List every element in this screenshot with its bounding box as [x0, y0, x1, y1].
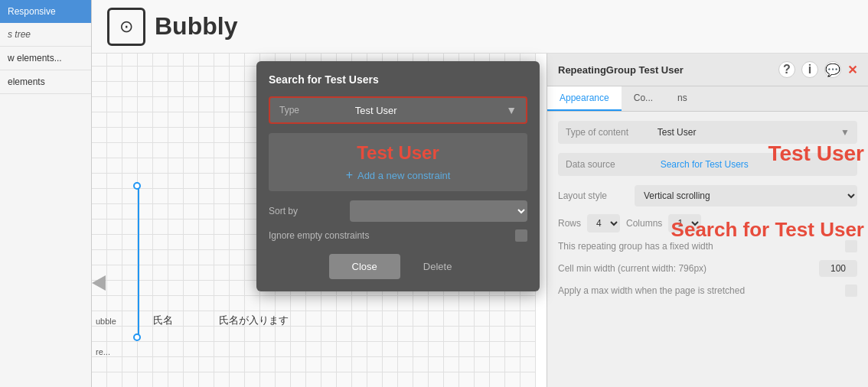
layout-style-label: Layout style	[558, 190, 635, 201]
test-user-big-label: Test User	[278, 142, 518, 164]
max-width-label: Apply a max width when the page is stret…	[558, 285, 845, 296]
rows-select[interactable]: 4	[587, 214, 620, 233]
canvas-name-placeholder: 氏名が入ります	[219, 314, 289, 327]
layout-style-select[interactable]: Vertical scrolling	[635, 185, 857, 207]
canvas-name-label: 氏名	[153, 314, 173, 327]
header-icons: ? i 💬 ✕	[778, 61, 857, 78]
layout-style-row: Layout style Vertical scrolling	[558, 185, 857, 207]
ignore-empty-label: Ignore empty constraints	[269, 230, 515, 241]
ignore-empty-row: Ignore empty constraints	[269, 229, 527, 242]
data-source-label: Data source	[566, 159, 661, 170]
canvas-header: ⊙ Bubbly	[92, 0, 868, 54]
search-modal: Search for Test Users Type Test User ▼ T…	[256, 61, 540, 291]
columns-label: Columns	[626, 218, 662, 229]
fixed-width-checkbox[interactable]	[845, 240, 857, 252]
modal-buttons: Close Delete	[269, 254, 527, 279]
search-type-row[interactable]: Type Test User ▼	[269, 96, 527, 124]
type-of-content-label: Type of content	[566, 127, 658, 138]
tab-conditions[interactable]: ns	[665, 86, 700, 111]
responsive-tab[interactable]: Responsive	[0, 0, 91, 23]
max-width-row: Apply a max width when the page is stret…	[558, 285, 857, 297]
right-panel-header: RepeatingGroup Test User ? i 💬 ✕	[547, 54, 868, 86]
sidebar-tree-item[interactable]: s tree	[0, 23, 91, 47]
sidebar-elements-placeholder[interactable]: w elements...	[0, 47, 91, 70]
add-constraint-label: Add a new constraint	[357, 170, 450, 181]
max-width-checkbox[interactable]	[845, 285, 857, 297]
add-constraint-area: Test User + Add a new constraint	[269, 133, 527, 191]
question-icon[interactable]: ?	[778, 61, 795, 78]
type-chevron-icon: ▼	[506, 104, 517, 116]
type-of-content-row[interactable]: Type of content Test User ▼	[558, 121, 857, 144]
sidebar-elements[interactable]: elements	[0, 70, 91, 94]
rp-testuser-big-annotation: Test User	[768, 141, 864, 166]
blue-dot-top	[133, 182, 141, 190]
right-panel: RepeatingGroup Test User ? i 💬 ✕ Appeara…	[547, 54, 868, 387]
rp-search-big-annotation: Search for Test User	[671, 218, 864, 242]
info-icon[interactable]: i	[801, 61, 818, 78]
ignore-empty-checkbox[interactable]	[515, 229, 527, 242]
re-canvas-label: re...	[96, 347, 110, 356]
logo-icon: ⊙	[107, 8, 145, 46]
rows-label: Rows	[558, 218, 581, 229]
search-type-label: Type	[279, 105, 355, 115]
logo-text: Bubbly	[155, 12, 237, 41]
close-panel-icon[interactable]: ✕	[847, 63, 857, 77]
close-button[interactable]: Close	[329, 254, 400, 279]
canvas-text-area: 氏名 氏名が入ります	[153, 314, 289, 327]
tab-content[interactable]: Co...	[622, 86, 665, 111]
blue-dot-bottom	[133, 333, 141, 341]
tab-appearance[interactable]: Appearance	[547, 86, 622, 111]
search-type-value: Test User	[355, 105, 506, 116]
search-modal-title: Search for Test Users	[269, 73, 527, 86]
add-constraint-button[interactable]: + Add a new constraint	[278, 168, 518, 182]
type-of-content-value: Test User	[658, 127, 840, 138]
cell-min-input[interactable]	[819, 260, 857, 277]
right-panel-title: RepeatingGroup Test User	[558, 64, 778, 76]
sort-by-row: Sort by	[269, 200, 527, 222]
cell-min-width-row: Cell min width (current width: 796px)	[558, 260, 857, 277]
fixed-width-row: This repeating group has a fixed width	[558, 240, 857, 252]
bubble-canvas-label: ubble	[96, 317, 116, 326]
sort-by-select[interactable]	[350, 200, 527, 222]
fixed-width-label: This repeating group has a fixed width	[558, 241, 845, 252]
cell-min-label: Cell min width (current width: 796px)	[558, 263, 819, 274]
delete-button[interactable]: Delete	[408, 254, 468, 279]
type-chevron-icon: ▼	[840, 127, 850, 138]
sort-by-label: Sort by	[269, 206, 350, 216]
right-panel-tabs: Appearance Co... ns	[547, 86, 868, 112]
blue-line-vertical	[138, 184, 139, 337]
comment-icon[interactable]: 💬	[824, 61, 841, 78]
sidebar: Responsive s tree w elements... elements	[0, 0, 92, 387]
collapse-arrow[interactable]	[92, 275, 106, 291]
plus-icon: +	[346, 168, 353, 182]
